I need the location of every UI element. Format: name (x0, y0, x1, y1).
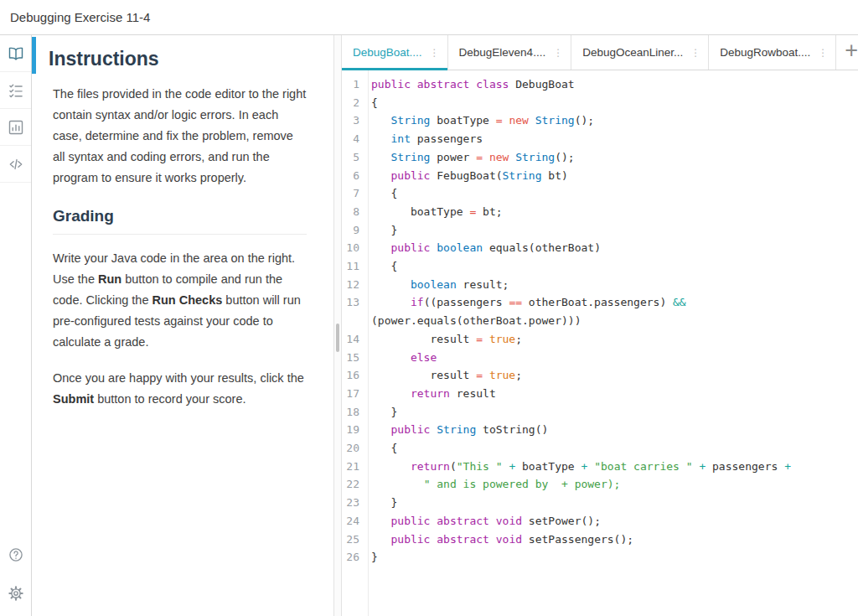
code-line[interactable]: 21 return("This " + boatType + "boat car… (342, 458, 858, 476)
line-number: 1 (342, 75, 364, 94)
code-line[interactable]: 15 else (342, 349, 858, 367)
code-text: int passengers (364, 130, 483, 148)
code-text: public abstract void setPassengers(); (364, 531, 633, 549)
code-line[interactable]: 2{ (342, 94, 858, 112)
line-number: 3 (342, 111, 364, 130)
bold-text: Run Checks (152, 293, 222, 307)
code-line[interactable]: 24 public abstract void setPower(); (342, 512, 858, 531)
line-number: 9 (342, 221, 364, 240)
line-number: 23 (342, 494, 364, 512)
code-text: { (364, 184, 397, 203)
code-line[interactable]: 11 { (342, 257, 858, 276)
instructions-paragraph: Write your Java code in the area on the … (53, 248, 307, 353)
line-number: 19 (342, 421, 364, 439)
tab-menu-icon[interactable]: ⋮ (430, 47, 440, 59)
instructions-scrollbar[interactable] (333, 35, 342, 616)
text-segment: Once you are happy with your results, cl… (53, 371, 304, 385)
code-line[interactable]: 26} (342, 548, 858, 567)
line-number: 2 (342, 94, 364, 112)
rail-item-bar-chart[interactable] (0, 109, 31, 146)
rail-item-checklist[interactable] (0, 72, 31, 109)
code-text: public String toString() (364, 421, 548, 439)
bold-text: Run (98, 272, 121, 286)
rail-item-gear[interactable] (0, 574, 31, 613)
instructions-body: The files provided in the code editor to… (32, 75, 333, 410)
code-text: } (364, 221, 397, 240)
code-line[interactable]: 14 result = true; (342, 330, 858, 349)
instructions-paragraph: Once you are happy with your results, cl… (53, 368, 307, 410)
checklist-icon (8, 82, 24, 99)
code-line[interactable]: 13 if((passengers == otherBoat.passenger… (342, 293, 858, 312)
gear-icon (8, 585, 24, 602)
text-segment: button to record your score. (94, 392, 246, 406)
code-line[interactable]: 6 public FebugBoat(String bt) (342, 167, 858, 185)
line-number: 22 (342, 475, 364, 494)
rail-item-help[interactable] (0, 536, 31, 574)
bar-chart-icon (8, 119, 24, 136)
line-number: 20 (342, 439, 364, 458)
line-number: 16 (342, 366, 364, 385)
code-line[interactable]: 9 } (342, 221, 858, 240)
code-line[interactable]: 7 { (342, 184, 858, 203)
code-text: boatType = bt; (364, 203, 503, 221)
line-number: 26 (342, 548, 364, 567)
tab-menu-icon[interactable]: ⋮ (818, 47, 828, 59)
code-line[interactable]: 18 } (342, 403, 858, 422)
code-text: { (364, 257, 397, 276)
code-line[interactable]: 8 boatType = bt; (342, 203, 858, 221)
grading-heading: Grading (53, 205, 307, 235)
grading-paragraph-group: Write your Java code in the area on the … (53, 248, 307, 410)
rail-item-book[interactable] (0, 35, 31, 72)
tab-debugeleven4[interactable]: DebugEleven4....⋮ (448, 35, 572, 70)
code-line[interactable]: 17 return result (342, 385, 858, 403)
code-text: String power = new String(); (364, 148, 575, 167)
code-text: public FebugBoat(String bt) (364, 167, 568, 185)
line-number: 7 (342, 184, 364, 203)
text-segment: The files provided in the code editor to… (53, 87, 306, 184)
app-window: Debugging Exercise 11-4 Instructions The… (0, 0, 858, 616)
code-line[interactable]: 22 " and is powered by + power); (342, 475, 858, 494)
code-line[interactable]: (power.equals(otherBoat.power))) (342, 312, 858, 330)
code-line[interactable]: 19 public String toString() (342, 421, 858, 439)
tab-debugoceanliner[interactable]: DebugOceanLiner...⋮ (571, 35, 709, 70)
code-text: { (364, 439, 397, 458)
tab-menu-icon[interactable]: ⋮ (553, 47, 563, 59)
tab-debugrowboat[interactable]: DebugRowboat....⋮ (709, 35, 836, 70)
code-lines: 1public abstract class DebugBoat2{3 Stri… (342, 75, 858, 567)
code-line[interactable]: 20 { (342, 439, 858, 458)
rail-top-group (0, 35, 31, 183)
code-line[interactable]: 4 int passengers (342, 130, 858, 148)
line-number: 4 (342, 130, 364, 148)
code-text: (power.equals(otherBoat.power))) (364, 312, 581, 330)
rail-item-code[interactable] (0, 146, 31, 183)
code-line[interactable]: 3 String boatType = new String(); (342, 111, 858, 130)
scrollbar-thumb[interactable] (336, 324, 339, 352)
code-editor[interactable]: 1public abstract class DebugBoat2{3 Stri… (342, 70, 858, 616)
code-line[interactable]: 16 result = true; (342, 366, 858, 385)
line-number (342, 312, 364, 330)
line-number: 8 (342, 203, 364, 221)
line-number: 15 (342, 349, 364, 367)
code-text: public abstract class DebugBoat (364, 75, 575, 94)
active-panel-accent (32, 37, 36, 74)
code-line[interactable]: 25 public abstract void setPassengers(); (342, 531, 858, 549)
tab-label: DebugBoat.... (353, 46, 422, 59)
code-text: } (364, 548, 378, 567)
code-text: else (364, 349, 437, 367)
icon-rail (0, 35, 32, 616)
instructions-paragraph: The files provided in the code editor to… (53, 84, 307, 189)
help-icon (8, 546, 24, 563)
add-tab-button[interactable]: + (836, 38, 858, 67)
code-line[interactable]: 10 public boolean equals(otherBoat) (342, 239, 858, 257)
tab-debugboat[interactable]: DebugBoat....⋮ (342, 35, 448, 70)
tab-menu-icon[interactable]: ⋮ (690, 47, 700, 59)
code-text: " and is powered by + power); (364, 475, 620, 494)
code-line[interactable]: 5 String power = new String(); (342, 148, 858, 167)
page-title: Debugging Exercise 11-4 (10, 10, 150, 24)
code-line[interactable]: 12 boolean result; (342, 276, 858, 294)
rail-bottom-group (0, 536, 31, 616)
code-line[interactable]: 23 } (342, 494, 858, 512)
bold-text: Submit (53, 392, 94, 406)
line-number: 6 (342, 167, 364, 185)
code-line[interactable]: 1public abstract class DebugBoat (342, 75, 858, 94)
